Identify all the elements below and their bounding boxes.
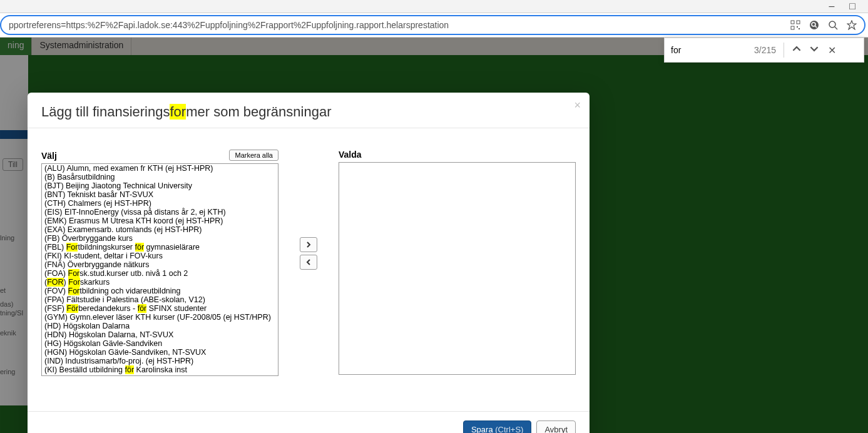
svg-marker-10	[847, 21, 856, 29]
list-item[interactable]: (FOV) Fortbildning och vidareutbildning	[42, 287, 278, 295]
list-item[interactable]: (FPA) Fältstudie i Palestina (ABE-skolan…	[42, 295, 278, 304]
zoom-icon[interactable]	[828, 20, 838, 30]
window-min-icon[interactable]: –	[829, 1, 834, 12]
valj-label: Välj	[41, 151, 57, 161]
list-item[interactable]: (FBL) Fortbildningskurser för gymnasielä…	[42, 243, 278, 252]
list-item[interactable]: (BNT) Tekniskt basår NT-SVUX	[42, 190, 278, 199]
valda-listbox[interactable]	[339, 162, 576, 375]
move-right-button[interactable]	[300, 237, 317, 252]
spara-button[interactable]: Spara (Ctrl+S)	[463, 420, 531, 433]
list-item[interactable]: (IND) Industrisamarb/fo-proj. (ej HST-HP…	[42, 357, 278, 365]
markera-alla-button[interactable]: Markera alla	[229, 150, 278, 161]
list-item[interactable]: (HD) Högskolan Dalarna	[42, 322, 278, 330]
list-item[interactable]: (HG) Högskolan Gävle-Sandviken	[42, 339, 278, 348]
list-item[interactable]: (EIS) EIT-InnoEnergy (vissa på distans å…	[42, 208, 278, 216]
list-item[interactable]: (FKI) KI-student, deltar i FOV-kurs	[42, 252, 278, 260]
find-active-icon[interactable]	[809, 20, 819, 30]
list-item[interactable]: (EMK) Erasmus M Utresa KTH koord (ej HST…	[42, 216, 278, 225]
svg-rect-2	[791, 26, 794, 29]
modal-finansieringsformer: × Lägg till finansieringsformer som begr…	[28, 93, 590, 433]
svg-rect-1	[797, 21, 800, 24]
list-item[interactable]: (FNÄ) Överbryggande nätkurs	[42, 260, 278, 269]
find-input[interactable]	[665, 45, 752, 55]
find-close-button[interactable]: ✕	[823, 44, 840, 56]
find-in-page-bar: 3/215 ✕	[664, 38, 864, 63]
list-item[interactable]: (B) Basårsutbildning	[42, 173, 278, 181]
find-prev-button[interactable]	[788, 44, 805, 56]
svg-rect-0	[791, 21, 794, 24]
list-item[interactable]: (FOA) Forsk.stud.kurser utb. nivå 1 och …	[42, 269, 278, 278]
svg-line-9	[835, 27, 837, 29]
svg-rect-4	[799, 28, 800, 29]
list-item[interactable]: (BJT) Beijing Jiaotong Technical Univers…	[42, 181, 278, 190]
star-icon[interactable]	[847, 20, 857, 30]
list-item[interactable]: (HDN) Högskolan Dalarna, NT-SVUX	[42, 330, 278, 339]
svg-rect-3	[797, 26, 798, 28]
modal-title: Lägg till finansieringsformer som begrän…	[41, 104, 576, 120]
list-item[interactable]: (HGN) Högskolan Gävle-Sandviken, NT-SVUX	[42, 348, 278, 357]
list-item[interactable]: (ALU) Alumn, med examen fr KTH (ej HST-H…	[42, 164, 278, 173]
svg-point-5	[810, 21, 819, 29]
avbryt-button[interactable]: Avbryt	[536, 420, 576, 433]
find-count: 3/215	[752, 45, 780, 55]
svg-point-8	[829, 21, 835, 28]
list-item[interactable]: (CTH) Chalmers (ej HST-HPR)	[42, 199, 278, 208]
find-next-button[interactable]	[805, 44, 823, 56]
qr-icon[interactable]	[790, 20, 800, 30]
url-text: pportreferens=https:%2F%2Fapi.ladok.se:4…	[9, 20, 449, 30]
close-icon[interactable]: ×	[574, 99, 581, 112]
valj-listbox[interactable]: (ALU) Alumn, med examen fr KTH (ej HST-H…	[41, 163, 278, 376]
list-item[interactable]: (EXA) Examensarb. utomlands (ej HST-HPR)	[42, 225, 278, 234]
list-item[interactable]: (GYM) Gymn.elever läser KTH kurser (UF-2…	[42, 313, 278, 322]
list-item[interactable]: (FOR) Forskarkurs	[42, 278, 278, 287]
move-left-button[interactable]	[300, 255, 317, 270]
list-item[interactable]: (FB) Överbryggande kurs	[42, 234, 278, 243]
valda-label: Valda	[339, 150, 362, 160]
list-item[interactable]: (KI) Beställd utbildning för Karolinska …	[42, 365, 278, 374]
list-item[interactable]: (FSF) Förberedandekurs - för SFINX stude…	[42, 304, 278, 313]
window-max-icon[interactable]: □	[849, 1, 855, 12]
url-bar[interactable]: pportreferens=https:%2F%2Fapi.ladok.se:4…	[0, 15, 865, 35]
